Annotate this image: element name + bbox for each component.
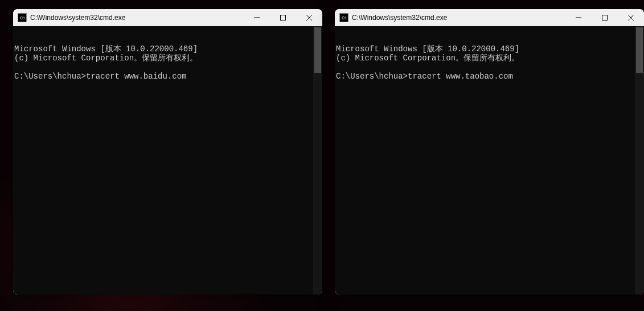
titlebar[interactable]: C:\ C:\Windows\system32\cmd.exe [335, 9, 644, 26]
minimize-button[interactable] [244, 9, 270, 26]
scrollbar[interactable] [635, 26, 644, 294]
close-button[interactable] [296, 9, 322, 26]
cmd-icon: C:\ [339, 13, 348, 22]
scrollbar-thumb[interactable] [636, 27, 643, 73]
window-controls [565, 9, 644, 26]
scrollbar[interactable] [313, 26, 322, 294]
maximize-button[interactable] [270, 9, 296, 26]
cmd-window-2: C:\ C:\Windows\system32\cmd.exe Microsof… [335, 9, 644, 294]
close-button[interactable] [618, 9, 644, 26]
cmd-icon: C:\ [18, 13, 27, 22]
minimize-button[interactable] [565, 9, 592, 26]
terminal-area[interactable]: Microsoft Windows [版本 10.0.22000.469] (c… [335, 26, 644, 294]
window-controls [244, 9, 322, 26]
maximize-button[interactable] [592, 9, 618, 26]
svg-rect-5 [602, 15, 608, 21]
terminal-output: Microsoft Windows [版本 10.0.22000.469] (c… [13, 44, 322, 81]
cmd-window-1: C:\ C:\Windows\system32\cmd.exe Microsof… [13, 9, 322, 294]
svg-rect-1 [281, 15, 286, 21]
window-title: C:\Windows\system32\cmd.exe [30, 14, 244, 22]
terminal-output: Microsoft Windows [版本 10.0.22000.469] (c… [335, 44, 644, 81]
titlebar[interactable]: C:\ C:\Windows\system32\cmd.exe [13, 9, 322, 26]
window-title: C:\Windows\system32\cmd.exe [352, 14, 565, 22]
scrollbar-thumb[interactable] [314, 27, 321, 73]
terminal-area[interactable]: Microsoft Windows [版本 10.0.22000.469] (c… [13, 26, 322, 294]
